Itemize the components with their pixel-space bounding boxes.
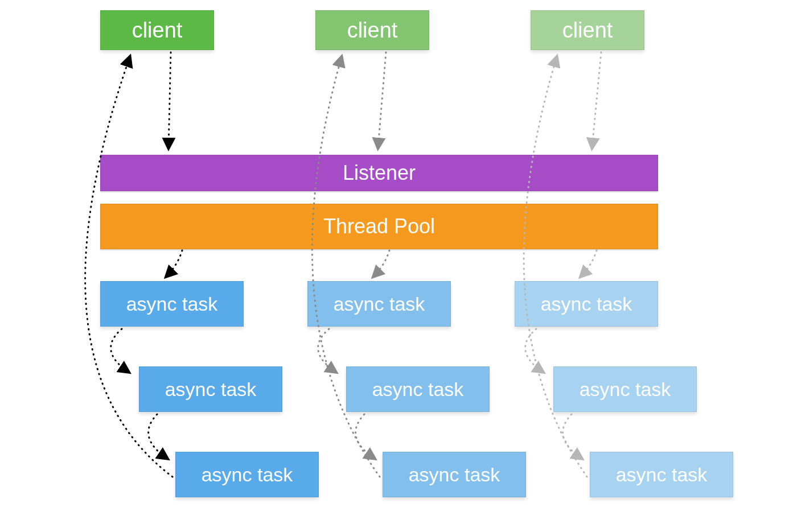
- arrow-task1-to-task2: [111, 329, 129, 372]
- async-task-box: async task: [175, 452, 319, 497]
- async-task-box: async task: [515, 281, 658, 327]
- async-task-label: async task: [580, 378, 671, 401]
- async-task-box: async task: [307, 281, 451, 327]
- arrow-task2-to-task3: [149, 414, 167, 459]
- arrow-group-col3: [524, 52, 601, 477]
- async-task-box: async task: [590, 452, 733, 497]
- client-label: client: [562, 18, 613, 43]
- async-task-label: async task: [126, 293, 218, 315]
- arrow-task2-to-task3: [563, 414, 582, 459]
- client-label: client: [347, 18, 398, 43]
- async-task-box: async task: [139, 366, 282, 412]
- arrow-pool-to-task1: [166, 250, 182, 277]
- async-task-label: async task: [165, 378, 257, 401]
- arrow-pool-to-task1: [581, 250, 597, 277]
- async-task-box: async task: [383, 452, 526, 497]
- arrow-client-to-listener: [592, 52, 601, 148]
- diagram-stage: client client client Listener Thread Poo…: [0, 0, 797, 532]
- arrow-task3-to-client: [85, 57, 172, 477]
- async-task-label: async task: [372, 378, 464, 401]
- arrow-group-col2: [312, 52, 389, 477]
- listener-label: Listener: [343, 161, 416, 185]
- async-task-label: async task: [541, 293, 632, 315]
- async-task-label: async task: [202, 464, 293, 486]
- arrow-task3-to-client: [312, 57, 380, 477]
- async-task-label: async task: [334, 293, 425, 315]
- thread-pool-box: Thread Pool: [100, 204, 658, 249]
- async-task-box: async task: [346, 366, 490, 412]
- client-label: client: [132, 18, 183, 43]
- client-box-1: client: [100, 10, 214, 50]
- arrow-task3-to-client: [524, 57, 587, 477]
- async-task-box: async task: [553, 366, 697, 412]
- async-task-label: async task: [409, 464, 500, 486]
- async-task-label: async task: [616, 464, 708, 486]
- arrow-task1-to-task2: [525, 329, 543, 372]
- arrow-task1-to-task2: [318, 329, 336, 372]
- arrow-pool-to-task1: [373, 250, 389, 277]
- arrow-client-to-listener: [169, 52, 171, 148]
- client-box-2: client: [315, 10, 429, 50]
- async-task-box: async task: [100, 281, 244, 327]
- arrow-task2-to-task3: [356, 414, 375, 459]
- client-box-3: client: [531, 10, 644, 50]
- thread-pool-label: Thread Pool: [323, 215, 435, 238]
- arrow-group-col1: [85, 52, 182, 477]
- arrow-client-to-listener: [378, 52, 386, 148]
- listener-box: Listener: [100, 155, 658, 191]
